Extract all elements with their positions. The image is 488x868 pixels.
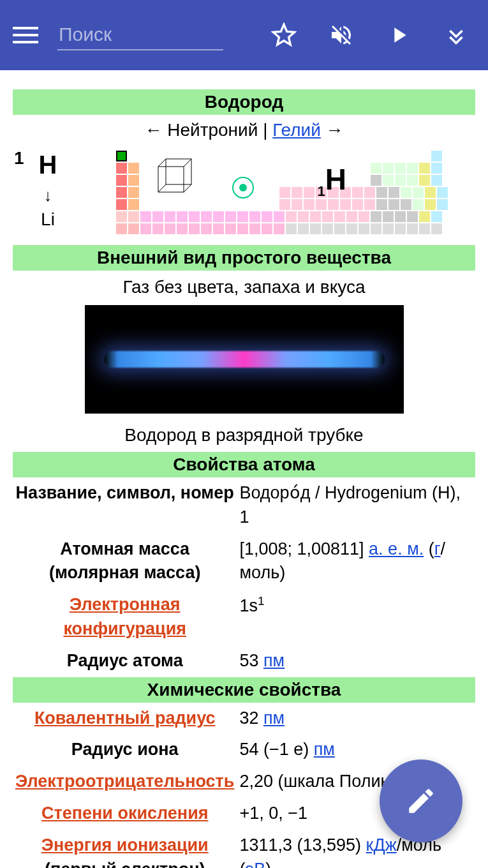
econf-link-2[interactable]: конфигурация (63, 619, 186, 638)
search-input[interactable] (57, 20, 223, 50)
eneg-link[interactable]: Электроотрицательность (15, 772, 234, 791)
top-bar (0, 0, 488, 70)
svg-point-7 (239, 184, 247, 191)
aem-link[interactable]: а. е. м. (369, 539, 424, 558)
ion-radius-value: 54 (−1 e) пм (237, 734, 475, 766)
content: Водород ← Нейтроний | Гелий → 1 H ↓ Li (0, 70, 488, 868)
name-value: Водоро́д / Hydrogenium (H), 1 (237, 477, 475, 534)
section-chem-props: Химические свойства (13, 677, 475, 703)
name-label: Название, символ, номер (13, 477, 237, 534)
pm-link-2[interactable]: пм (263, 708, 285, 728)
row-econf: Электронная конфигурация 1s1 (13, 589, 475, 645)
section-appearance: Внешний вид простого вещества (13, 245, 475, 271)
cov-radius-link[interactable]: Ковалентный радиус (34, 708, 216, 728)
row-atom-radius: Радиус атома 53 пм (13, 645, 475, 677)
atomic-number: 1 (14, 148, 24, 168)
row-cov-radius: Ковалентный радиус 32 пм (13, 703, 475, 735)
atom-radius-label: Радиус атома (13, 645, 237, 677)
element-overview-row: 1 H ↓ Li (13, 146, 475, 245)
pencil-icon (405, 785, 437, 817)
search-wrap (57, 20, 265, 50)
infobox: Водород ← Нейтроний | Гелий → 1 H ↓ Li (13, 89, 475, 868)
nav-next-link[interactable]: Гелий (272, 120, 321, 140)
ioniz-label: Энергия ионизации (первый электрон) (13, 830, 237, 868)
econf-value: 1s1 (237, 589, 475, 645)
ion-radius-label: Радиус иона (13, 734, 237, 766)
discharge-tube-image[interactable] (85, 305, 404, 414)
section-atom-props: Свойства атома (13, 452, 475, 477)
element-below: Li (13, 209, 83, 230)
appearance-description: Газ без цвета, запаха и вкуса (13, 271, 475, 301)
chevron-down-icon[interactable] (443, 22, 469, 48)
nav-prev: Нейтроний (167, 120, 258, 140)
oxid-link[interactable]: Степени окисления (41, 804, 209, 823)
edit-fab[interactable] (380, 760, 462, 842)
row-name: Название, символ, номер Водоро́д / Hydro… (13, 477, 475, 534)
row-mass: Атомная масса (молярная масса) [1,008; 1… (13, 534, 475, 590)
periodic-table-thumb[interactable]: /*placeholder*/ (83, 148, 475, 243)
star-icon[interactable] (271, 22, 297, 48)
mute-icon[interactable] (329, 22, 354, 48)
svg-line-3 (184, 159, 191, 167)
cov-radius-value: 32 пм (237, 703, 475, 735)
bohr-model-icon (232, 176, 255, 199)
kj-link[interactable]: кДж (366, 835, 397, 855)
mass-label: Атомная масса (молярная масса) (13, 534, 237, 590)
pm-link-3[interactable]: пм (314, 740, 335, 759)
cov-radius-label: Ковалентный радиус (13, 703, 237, 735)
svg-line-5 (184, 184, 191, 192)
ev-link[interactable]: эВ (245, 860, 265, 868)
atom-radius-value: 53 пм (237, 645, 475, 677)
oxid-label: Степени окисления (13, 798, 237, 830)
element-symbol-cell: 1 H ↓ Li (13, 148, 83, 230)
svg-line-2 (158, 159, 166, 167)
discharge-tube-image-row (13, 301, 475, 417)
topbar-actions (271, 22, 475, 48)
element-nav: ← Нейтроний | Гелий → (13, 115, 475, 146)
down-arrow: ↓ (13, 186, 83, 206)
mass-value: [1,008; 1,00811] а. е. м. (г/моль) (237, 534, 475, 590)
element-title: Водород (13, 89, 475, 115)
crystal-structure-icon (152, 154, 196, 198)
large-symbol: 1H (318, 162, 346, 200)
gram-link[interactable]: г (434, 539, 441, 558)
row-ion-radius: Радиус иона 54 (−1 e) пм (13, 734, 475, 766)
econf-link-1[interactable]: Электронная (70, 595, 180, 614)
svg-line-4 (158, 184, 166, 192)
econf-label: Электронная конфигурация (13, 589, 237, 645)
menu-icon[interactable] (13, 22, 38, 48)
ioniz-link[interactable]: Энергия ионизации (41, 835, 209, 855)
play-icon[interactable] (386, 22, 411, 48)
pm-link-1[interactable]: пм (263, 651, 285, 670)
eneg-label: Электроотрицательность (13, 766, 237, 798)
tube-caption: Водород в разрядной трубке (13, 417, 475, 452)
